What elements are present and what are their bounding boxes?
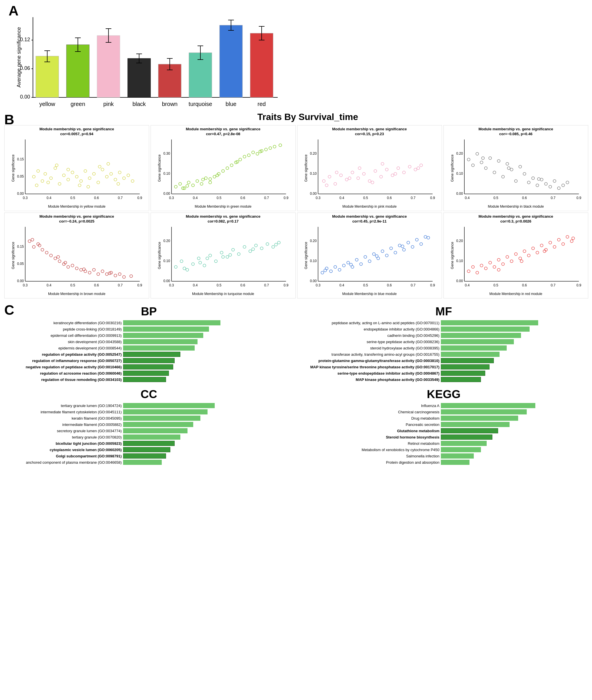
svg-point-67 <box>58 182 61 185</box>
svg-point-211 <box>507 167 510 170</box>
svg-text:0.00: 0.00 <box>17 279 24 283</box>
svg-text:0.3: 0.3 <box>169 196 174 200</box>
svg-point-84 <box>131 180 134 182</box>
go-row: skin development (GO:0043588) <box>3 339 295 344</box>
svg-point-76 <box>97 181 100 184</box>
svg-point-331 <box>324 269 327 272</box>
svg-point-282 <box>254 244 257 247</box>
svg-point-250 <box>57 255 59 259</box>
svg-text:0.9: 0.9 <box>137 196 142 200</box>
svg-text:0.05: 0.05 <box>17 175 24 178</box>
svg-point-65 <box>50 177 52 180</box>
svg-point-79 <box>110 173 112 175</box>
svg-point-273 <box>203 264 206 267</box>
svg-point-91 <box>67 168 69 171</box>
svg-text:blue: blue <box>226 101 237 107</box>
svg-point-289 <box>229 253 232 256</box>
svg-point-124 <box>252 151 254 154</box>
svg-point-326 <box>407 241 410 244</box>
kegg-title: KEGG <box>298 388 590 401</box>
svg-text:0.5: 0.5 <box>494 283 498 287</box>
svg-point-195 <box>501 175 504 178</box>
svg-point-327 <box>411 245 414 248</box>
svg-point-354 <box>497 259 500 261</box>
svg-point-174 <box>358 167 361 170</box>
right-go-column: MF peptidase activity, acting on L-amino… <box>298 305 590 466</box>
go-row: regulation of inflammatory response (GO:… <box>3 358 295 363</box>
svg-text:0.7: 0.7 <box>264 283 269 287</box>
svg-point-308 <box>330 270 332 273</box>
svg-point-248 <box>122 276 126 278</box>
svg-text:0.7: 0.7 <box>410 196 415 200</box>
svg-point-286 <box>278 241 280 244</box>
svg-point-77 <box>101 168 104 171</box>
svg-text:yellow: yellow <box>39 101 55 107</box>
svg-point-233 <box>58 260 61 263</box>
svg-point-192 <box>489 157 492 159</box>
svg-point-86 <box>55 164 58 167</box>
svg-point-156 <box>357 177 359 180</box>
svg-point-293 <box>221 255 225 259</box>
svg-point-73 <box>84 170 87 173</box>
svg-point-280 <box>243 245 246 248</box>
svg-text:0.4: 0.4 <box>339 283 344 287</box>
svg-point-207 <box>553 180 556 182</box>
svg-point-107 <box>179 182 182 185</box>
go-row: steroid hydroxylase activity (GO:0008395… <box>298 345 590 351</box>
svg-point-128 <box>269 147 272 149</box>
svg-point-72 <box>80 180 83 182</box>
svg-point-81 <box>118 171 121 174</box>
svg-point-206 <box>549 185 552 188</box>
svg-text:0.9: 0.9 <box>284 283 289 287</box>
svg-point-152 <box>334 182 337 185</box>
svg-text:0.9: 0.9 <box>137 283 142 287</box>
svg-point-155 <box>351 171 354 174</box>
svg-text:0.7: 0.7 <box>118 283 123 287</box>
svg-point-361 <box>527 254 530 257</box>
svg-point-153 <box>340 174 342 177</box>
svg-point-200 <box>523 173 526 175</box>
svg-text:0.15: 0.15 <box>17 245 24 248</box>
svg-point-202 <box>532 177 535 180</box>
svg-point-371 <box>570 240 573 243</box>
svg-text:0.3: 0.3 <box>169 283 174 287</box>
svg-text:0.6: 0.6 <box>94 283 99 287</box>
svg-text:0.20: 0.20 <box>310 151 316 155</box>
go-row: Protein digestion and absorption <box>298 460 590 465</box>
svg-text:Gene significance: Gene significance <box>157 242 161 269</box>
svg-point-244 <box>105 273 108 276</box>
svg-point-89 <box>117 182 120 185</box>
svg-point-358 <box>514 252 517 255</box>
svg-text:0.10: 0.10 <box>456 172 463 176</box>
svg-text:0.5: 0.5 <box>217 196 221 200</box>
svg-point-196 <box>506 162 509 165</box>
svg-text:0.15: 0.15 <box>17 157 24 161</box>
svg-text:Gene significance: Gene significance <box>304 154 308 182</box>
panel-c-label: C <box>4 302 14 318</box>
svg-text:Gene significance: Gene significance <box>304 242 308 269</box>
svg-text:Gene significance: Gene significance <box>157 154 161 182</box>
svg-point-198 <box>514 180 517 182</box>
svg-point-232 <box>54 257 57 260</box>
svg-text:0.05: 0.05 <box>17 262 24 266</box>
svg-point-367 <box>553 245 556 248</box>
svg-point-63 <box>41 180 44 182</box>
go-row: peptidase activity, acting on L-amino ac… <box>298 320 590 325</box>
left-go-column: BP keratinocyte differentiation (GO:0030… <box>3 305 295 466</box>
svg-point-119 <box>230 164 233 167</box>
go-row: bicellular tight junction (GO:0005923) <box>3 441 295 446</box>
svg-point-170 <box>371 181 374 184</box>
svg-text:Gene significance: Gene significance <box>11 242 15 269</box>
svg-text:0.6: 0.6 <box>522 283 527 287</box>
svg-point-350 <box>480 264 483 267</box>
svg-point-213 <box>566 181 569 184</box>
svg-point-70 <box>71 171 74 174</box>
svg-rect-14 <box>66 45 89 97</box>
svg-point-129 <box>273 145 276 148</box>
svg-point-309 <box>334 266 337 268</box>
svg-text:0.00: 0.00 <box>20 94 30 100</box>
svg-point-375 <box>572 237 575 240</box>
svg-point-355 <box>501 263 504 266</box>
svg-point-187 <box>467 158 470 161</box>
svg-point-240 <box>88 271 91 274</box>
